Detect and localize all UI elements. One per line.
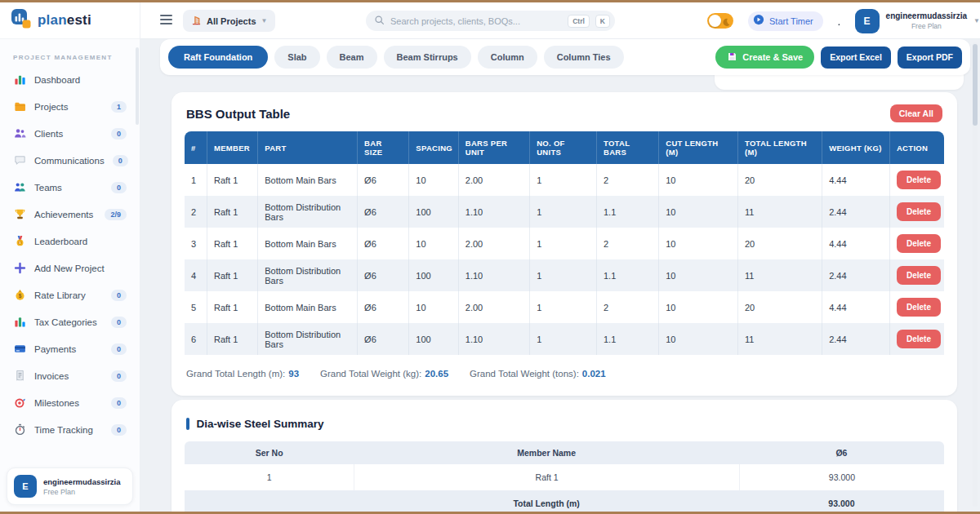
table-cell: 1.10 bbox=[458, 196, 529, 228]
tab-bar: Raft FoundationSlabBeamBeam StirrupsColu… bbox=[168, 46, 624, 69]
table-row: 4Raft 1Bottom Distribution BarsØ61001.10… bbox=[185, 259, 944, 291]
table-cell: 1.1 bbox=[596, 323, 658, 355]
count-badge: 1 bbox=[111, 101, 127, 113]
column-header: MEMBER bbox=[207, 131, 257, 164]
chevron-down-icon: ▼ bbox=[973, 17, 980, 24]
delete-button[interactable]: Delete bbox=[897, 298, 941, 317]
tab-column[interactable]: Column bbox=[478, 46, 537, 69]
notification-bell-icon[interactable] bbox=[838, 15, 840, 28]
bbs-table: #MEMBERPARTBAR SIZESPACINGBARS PER UNITN… bbox=[185, 131, 944, 355]
table-cell: 10 bbox=[408, 228, 457, 259]
create-save-button[interactable]: Create & Save bbox=[715, 46, 814, 69]
sidebar-item-teams[interactable]: Teams0 bbox=[7, 174, 133, 201]
table-row: 1Raft 193.000 bbox=[185, 464, 944, 490]
table-cell: 100 bbox=[408, 196, 457, 228]
sidebar-item-payments[interactable]: Payments0 bbox=[7, 335, 133, 362]
table-cell: 1.1 bbox=[596, 259, 658, 291]
table-cell: 20 bbox=[737, 291, 822, 323]
export-pdf-button[interactable]: Export PDF bbox=[898, 47, 962, 69]
sidebar-item-communications[interactable]: Communications0 bbox=[7, 147, 133, 174]
stopwatch-icon bbox=[13, 423, 26, 436]
count-badge: 0 bbox=[111, 317, 127, 328]
grand-total-item: Grand Total Length (m):93 bbox=[186, 369, 299, 379]
chevron-down-icon: ▼ bbox=[261, 17, 268, 24]
dark-mode-toggle[interactable] bbox=[707, 13, 733, 29]
sidebar-item-label: Invoices bbox=[34, 371, 103, 381]
table-row: 1Raft 1Bottom Main BarsØ6102.001210204.4… bbox=[185, 164, 944, 196]
tab-column-ties[interactable]: Column Ties bbox=[544, 46, 624, 69]
sidebar-item-milestones[interactable]: Milestones0 bbox=[7, 389, 133, 416]
bbs-header-row: #MEMBERPARTBAR SIZESPACINGBARS PER UNITN… bbox=[185, 131, 944, 164]
tab-slab[interactable]: Slab bbox=[274, 46, 319, 69]
sidebar-item-achievements[interactable]: Achievements2/9 bbox=[7, 201, 133, 228]
sidebar-scrollbar[interactable] bbox=[136, 47, 139, 125]
project-filter-dropdown[interactable]: All Projects ▼ bbox=[183, 10, 275, 32]
clear-all-button[interactable]: Clear All bbox=[890, 104, 942, 122]
sidebar-item-rate-library[interactable]: $Rate Library0 bbox=[7, 281, 133, 308]
table-cell: 93.000 bbox=[739, 464, 944, 490]
header-right-cluster: Start Timer E engineermudassirzia Free P… bbox=[707, 2, 980, 39]
delete-button[interactable]: Delete bbox=[897, 266, 941, 285]
sidebar-item-time-tracking[interactable]: Time Tracking0 bbox=[7, 416, 133, 443]
table-cell: Raft 1 bbox=[207, 164, 257, 196]
delete-button[interactable]: Delete bbox=[897, 234, 941, 253]
page-scrollbar-thumb[interactable] bbox=[973, 44, 978, 126]
sidebar-item-label: Leaderboard bbox=[34, 237, 127, 246]
brand-logo-icon bbox=[11, 8, 32, 33]
crane-icon bbox=[191, 14, 202, 29]
table-cell: 10 bbox=[658, 291, 737, 323]
count-badge: 2/9 bbox=[105, 209, 127, 220]
sidebar-item-invoices[interactable]: Invoices0 bbox=[7, 362, 133, 389]
table-cell: 10 bbox=[658, 259, 737, 291]
count-badge: 0 bbox=[111, 397, 127, 409]
dia-summary-card: Dia-wise Steel Summary Ser NoMember Name… bbox=[172, 400, 957, 512]
table-cell: Ø6 bbox=[357, 259, 408, 291]
sidebar-item-clients[interactable]: Clients0 bbox=[7, 120, 133, 147]
sidebar-item-projects[interactable]: Projects1 bbox=[7, 93, 133, 120]
table-cell: 2.44 bbox=[822, 196, 889, 228]
floppy-disk-icon bbox=[727, 51, 737, 64]
tab-beam[interactable]: Beam bbox=[327, 46, 377, 69]
start-timer-button[interactable]: Start Timer bbox=[748, 11, 823, 31]
sidebar-item-add-new-project[interactable]: Add New Project bbox=[7, 255, 133, 281]
table-cell: 1 bbox=[529, 228, 596, 259]
table-cell: 5 bbox=[185, 291, 207, 323]
sidebar-user-card[interactable]: E engineermudassirzia Free Plan bbox=[7, 467, 133, 505]
delete-button[interactable]: Delete bbox=[897, 330, 941, 348]
start-timer-label: Start Timer bbox=[769, 16, 813, 26]
title-accent-bar bbox=[186, 418, 189, 430]
table-cell: Raft 1 bbox=[354, 464, 739, 490]
count-badge: 0 bbox=[111, 290, 127, 301]
sidebar-item-label: Payments bbox=[34, 344, 103, 354]
brand-logo[interactable]: planesti bbox=[0, 2, 140, 39]
table-row: 3Raft 1Bottom Main BarsØ6102.001210204.4… bbox=[185, 228, 944, 259]
main-content: Raft FoundationSlabBeamBeam StirrupsColu… bbox=[140, 39, 980, 512]
table-cell: 2 bbox=[185, 196, 207, 228]
delete-button[interactable]: Delete bbox=[897, 171, 941, 189]
hamburger-menu-icon[interactable] bbox=[160, 15, 172, 27]
page-scrollbar[interactable] bbox=[973, 42, 978, 507]
user-menu[interactable]: E engineermudassirzia Free Plan ▼ bbox=[855, 9, 980, 33]
column-header: NO. OF UNITS bbox=[529, 131, 596, 164]
export-excel-button[interactable]: Export Excel bbox=[821, 47, 891, 69]
global-search[interactable]: Ctrl K bbox=[366, 11, 615, 31]
sidebar-nav: DashboardProjects1Clients0Communications… bbox=[0, 66, 140, 443]
table-cell: 1 bbox=[185, 164, 207, 196]
table-cell: 100 bbox=[408, 323, 457, 355]
table-cell: 11 bbox=[737, 323, 822, 355]
sidebar-item-tax-categories[interactable]: Tax Categories0 bbox=[7, 308, 133, 335]
sidebar-item-leaderboard[interactable]: 1Leaderboard bbox=[7, 228, 133, 255]
table-cell: 4 bbox=[185, 259, 207, 291]
sidebar-item-dashboard[interactable]: Dashboard bbox=[7, 66, 133, 93]
table-cell: Ø6 bbox=[357, 323, 408, 355]
table-cell: 6 bbox=[185, 323, 207, 355]
tab-raft-foundation[interactable]: Raft Foundation bbox=[168, 46, 268, 69]
coin-icon: $ bbox=[13, 289, 26, 302]
search-input[interactable] bbox=[390, 16, 562, 26]
table-cell: 10 bbox=[658, 323, 737, 355]
delete-button[interactable]: Delete bbox=[897, 202, 941, 221]
action-cell: Delete bbox=[889, 291, 944, 323]
table-cell: 20 bbox=[737, 228, 822, 259]
action-cell: Delete bbox=[889, 323, 944, 355]
tab-beam-stirrups[interactable]: Beam Stirrups bbox=[384, 46, 471, 69]
